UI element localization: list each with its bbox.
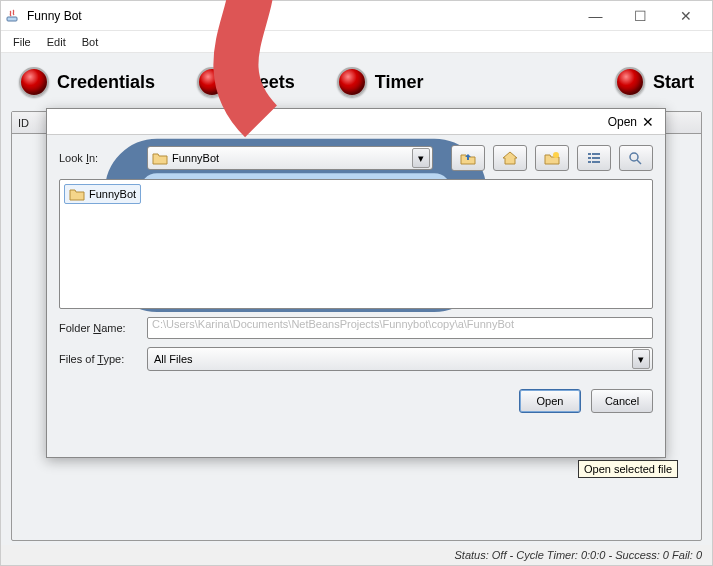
- led-icon: [19, 67, 49, 97]
- svg-rect-8: [592, 161, 600, 163]
- folder-icon: [69, 187, 85, 201]
- tab-start[interactable]: Start: [615, 67, 694, 97]
- statusbar: Status: Off - Cycle Timer: 0:0:0 - Succe…: [1, 545, 712, 565]
- look-in-row: Look In: FunnyBot ▾: [59, 145, 653, 171]
- dialog-title: Open: [608, 115, 637, 129]
- new-folder-button[interactable]: [535, 145, 569, 171]
- files-type-value: All Files: [154, 353, 193, 365]
- tab-label: Start: [653, 72, 694, 93]
- details-view-button[interactable]: [619, 145, 653, 171]
- svg-rect-7: [588, 161, 591, 163]
- svg-line-10: [637, 160, 641, 164]
- led-icon: [615, 67, 645, 97]
- svg-rect-3: [588, 153, 591, 155]
- files-type-combo[interactable]: All Files ▾: [147, 347, 653, 371]
- status-text: Status: Off - Cycle Timer: 0:0:0 - Succe…: [455, 549, 702, 561]
- details-view-icon: [628, 151, 644, 165]
- folder-name-input[interactable]: C:\Users\Karina\Documents\NetBeansProjec…: [147, 317, 653, 339]
- file-item-label: FunnyBot: [89, 188, 136, 200]
- tooltip: Open selected file: [578, 460, 678, 478]
- svg-point-2: [553, 152, 559, 158]
- svg-rect-5: [588, 157, 591, 159]
- folder-name-label: Folder Name:: [59, 322, 141, 334]
- java-icon: [5, 8, 21, 24]
- look-in-label: Look In:: [59, 152, 141, 164]
- open-button[interactable]: Open: [519, 389, 581, 413]
- dialog-titlebar: Open ✕: [47, 109, 665, 135]
- file-list[interactable]: FunnyBot: [59, 179, 653, 309]
- svg-rect-4: [592, 153, 600, 155]
- dialog-buttons: Open Cancel: [59, 379, 653, 413]
- home-icon: [502, 151, 518, 165]
- svg-rect-6: [592, 157, 600, 159]
- open-dialog: Open ✕ Look In: FunnyBot ▾ FunnyBot: [46, 108, 666, 458]
- svg-point-9: [630, 153, 638, 161]
- new-folder-icon: [544, 151, 560, 165]
- file-item-funnybot[interactable]: FunnyBot: [64, 184, 141, 204]
- cancel-button[interactable]: Cancel: [591, 389, 653, 413]
- up-folder-button[interactable]: [451, 145, 485, 171]
- home-button[interactable]: [493, 145, 527, 171]
- chevron-down-icon[interactable]: ▾: [412, 148, 430, 168]
- look-in-value: FunnyBot: [172, 152, 219, 164]
- up-folder-icon: [460, 151, 476, 165]
- dialog-close-button[interactable]: ✕: [637, 112, 659, 132]
- menu-file[interactable]: File: [7, 34, 37, 50]
- maximize-button[interactable]: ☐: [618, 2, 663, 30]
- files-type-row: Files of Type: All Files ▾: [59, 347, 653, 371]
- svg-rect-0: [7, 17, 17, 21]
- list-view-icon: [586, 151, 602, 165]
- close-button[interactable]: ✕: [663, 2, 708, 30]
- files-type-label: Files of Type:: [59, 353, 141, 365]
- folder-icon: [152, 151, 168, 165]
- folder-name-row: Folder Name: C:\Users\Karina\Documents\N…: [59, 317, 653, 339]
- look-in-combo[interactable]: FunnyBot ▾: [147, 146, 433, 170]
- list-view-button[interactable]: [577, 145, 611, 171]
- chevron-down-icon[interactable]: ▾: [632, 349, 650, 369]
